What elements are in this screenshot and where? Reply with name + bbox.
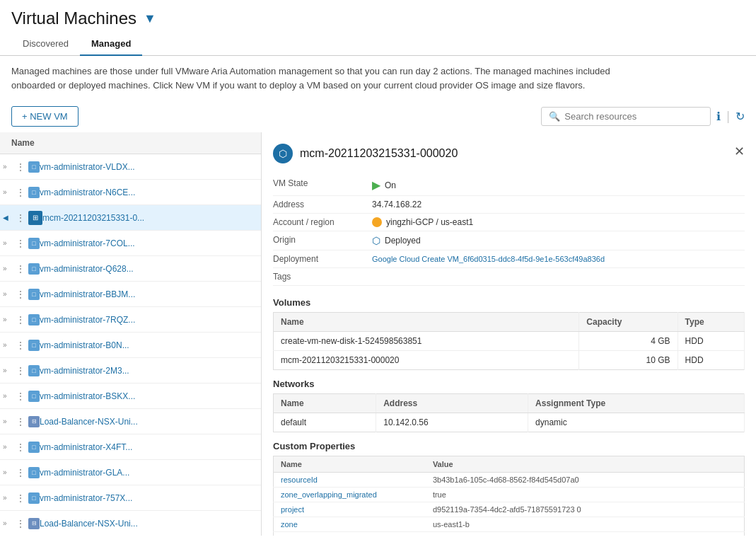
search-icon: 🔍 <box>549 111 560 122</box>
list-item[interactable]: » ⋮ □ vm-administrator-N6CE... <box>0 180 261 205</box>
vm-icon: □ <box>28 467 40 478</box>
status-on-icon: ▶ <box>372 178 380 192</box>
list-item[interactable]: » ⋮ □ vm-administrator-7RQZ... <box>0 307 261 333</box>
separator: | <box>726 109 730 124</box>
expand-icon[interactable]: » <box>3 316 16 323</box>
new-vm-button[interactable]: + NEW VM <box>11 106 78 127</box>
expand-icon[interactable]: » <box>3 417 16 425</box>
expand-icon[interactable]: » <box>3 265 16 272</box>
account-dot-icon <box>372 217 382 227</box>
list-item[interactable]: » ⋮ □ vm-administrator-757X... <box>0 485 261 511</box>
tab-discovered[interactable]: Discovered <box>11 33 80 56</box>
custom-properties-table: Name Value resourceId 3b43b1a6-105c-4d68… <box>273 456 745 536</box>
list-item[interactable]: » ⋮ □ vm-administrator-VLDX... <box>0 154 261 180</box>
expand-icon[interactable]: » <box>3 392 16 400</box>
custom-prop-value: d952119a-7354-4dc2-afd5-71875591723 0 <box>426 502 745 517</box>
custom-property-row: environmentName Google Cloud Platform <box>274 532 745 536</box>
dots-icon[interactable]: ⋮ <box>16 518 27 529</box>
info-icon[interactable]: ℹ <box>716 110 721 123</box>
expand-icon[interactable]: » <box>3 367 16 374</box>
list-item[interactable]: » ⋮ □ vm-administrator-BBJM... <box>0 282 261 307</box>
filter-icon[interactable]: ▼ <box>144 11 156 26</box>
volumes-row: create-vm-new-disk-1-524598563851 4 GB H… <box>274 332 745 351</box>
expand-icon[interactable]: » <box>3 290 16 298</box>
list-items-container: » ⋮ □ vm-administrator-VLDX... » ⋮ □ vm-… <box>0 154 261 536</box>
lb-icon: ⊟ <box>28 518 40 529</box>
dots-icon[interactable]: ⋮ <box>16 467 27 478</box>
address-label: Address <box>273 200 372 209</box>
dots-icon[interactable]: ⋮ <box>16 340 27 351</box>
dots-icon[interactable]: ⋮ <box>16 187 27 198</box>
vm-icon: □ <box>28 391 40 402</box>
dots-icon[interactable]: ⋮ <box>16 492 27 504</box>
address-row: Address 34.74.168.22 <box>273 196 745 214</box>
list-header: Name <box>0 132 261 154</box>
expand-icon[interactable]: ◀ <box>3 214 16 221</box>
item-name: vm-administrator-GLA... <box>40 468 258 478</box>
list-item[interactable]: » ⋮ □ vm-administrator-X4FT... <box>0 434 261 460</box>
list-item[interactable]: » ⋮ ⊟ Load-Balancer-NSX-Uni... <box>0 409 261 434</box>
networks-col-address: Address <box>376 394 528 413</box>
expand-icon[interactable]: » <box>3 468 16 476</box>
custom-prop-name: zone <box>274 517 426 532</box>
dots-icon[interactable]: ⋮ <box>16 212 27 224</box>
custom-prop-name: project <box>274 502 426 517</box>
expand-icon[interactable]: » <box>3 341 16 349</box>
volume-type: HDD <box>678 351 744 370</box>
list-item[interactable]: » ⋮ □ vm-administrator-B0N... <box>0 333 261 358</box>
expand-icon[interactable]: » <box>3 188 16 196</box>
list-item[interactable]: » ⋮ □ vm-administrator-7COL... <box>0 231 261 256</box>
tab-managed[interactable]: Managed <box>80 33 142 56</box>
dots-icon[interactable]: ⋮ <box>16 289 27 300</box>
networks-col-name: Name <box>274 394 376 413</box>
address-value: 34.74.168.22 <box>372 200 745 209</box>
vm-icon: □ <box>28 340 40 351</box>
expand-icon[interactable]: » <box>3 494 16 502</box>
column-name-label: Name <box>11 138 35 148</box>
dots-icon[interactable]: ⋮ <box>16 263 27 275</box>
list-item[interactable]: ◀ ⋮ ⊞ mcm-20211203215331-0... <box>0 205 261 231</box>
list-item[interactable]: » ⋮ □ vm-administrator-GLA... <box>0 460 261 485</box>
deployment-link[interactable]: Google Cloud Create VM_6f6d0315-ddc8-4f5… <box>372 255 605 263</box>
expand-icon[interactable]: » <box>3 239 16 247</box>
dots-icon[interactable]: ⋮ <box>16 416 27 427</box>
detail-title: mcm-20211203215331-000020 <box>300 147 458 160</box>
close-button[interactable]: ✕ <box>734 144 745 159</box>
toolbar: + NEW VM 🔍 ℹ | ↻ <box>0 100 756 132</box>
expand-icon[interactable]: » <box>3 519 16 527</box>
dots-icon[interactable]: ⋮ <box>16 314 27 325</box>
tags-value <box>372 272 745 282</box>
custom-prop-name: resourceId <box>274 473 426 488</box>
custom-property-row: project d952119a-7354-4dc2-afd5-71875591… <box>274 502 745 517</box>
item-name: vm-administrator-7COL... <box>40 238 258 248</box>
detail-panel: ✕ ⬡ mcm-20211203215331-000020 VM State ▶… <box>262 132 756 536</box>
list-item[interactable]: » ⋮ ⊟ Load-Balancer-NSX-Uni... <box>0 511 261 536</box>
list-item[interactable]: » ⋮ □ vm-administrator-Q628... <box>0 256 261 282</box>
custom-prop-value: us-east1-b <box>426 517 745 532</box>
volume-capacity: 10 GB <box>579 351 678 370</box>
deployment-label: Deployment <box>273 254 372 264</box>
deployment-row: Deployment Google Cloud Create VM_6f6d03… <box>273 250 745 268</box>
expand-icon[interactable]: » <box>3 163 16 171</box>
list-item[interactable]: » ⋮ □ vm-administrator-2M3... <box>0 358 261 384</box>
dots-icon[interactable]: ⋮ <box>16 161 27 173</box>
selected-vm-icon: ⊞ <box>28 211 42 225</box>
list-panel: Name » ⋮ □ vm-administrator-VLDX... » ⋮ … <box>0 132 262 536</box>
vm-icon: □ <box>28 289 40 300</box>
vm-icon: □ <box>28 442 40 453</box>
volumes-row: mcm-20211203215331-000020 10 GB HDD <box>274 351 745 370</box>
item-name: vm-administrator-BSKX... <box>40 391 258 401</box>
list-item[interactable]: » ⋮ □ vm-administrator-BSKX... <box>0 384 261 409</box>
dots-icon[interactable]: ⋮ <box>16 391 27 402</box>
search-input[interactable] <box>564 111 703 122</box>
vm-icon: □ <box>28 161 40 173</box>
refresh-icon[interactable]: ↻ <box>735 110 745 123</box>
page-title: Virtual Machines <box>11 8 136 28</box>
dots-icon[interactable]: ⋮ <box>16 238 27 249</box>
network-assignment-type: dynamic <box>528 413 745 432</box>
dots-icon[interactable]: ⋮ <box>16 442 27 453</box>
expand-icon[interactable]: » <box>3 443 16 451</box>
networks-row: default 10.142.0.56 dynamic <box>274 413 745 432</box>
dots-icon[interactable]: ⋮ <box>16 365 27 376</box>
volume-type: HDD <box>678 332 744 351</box>
